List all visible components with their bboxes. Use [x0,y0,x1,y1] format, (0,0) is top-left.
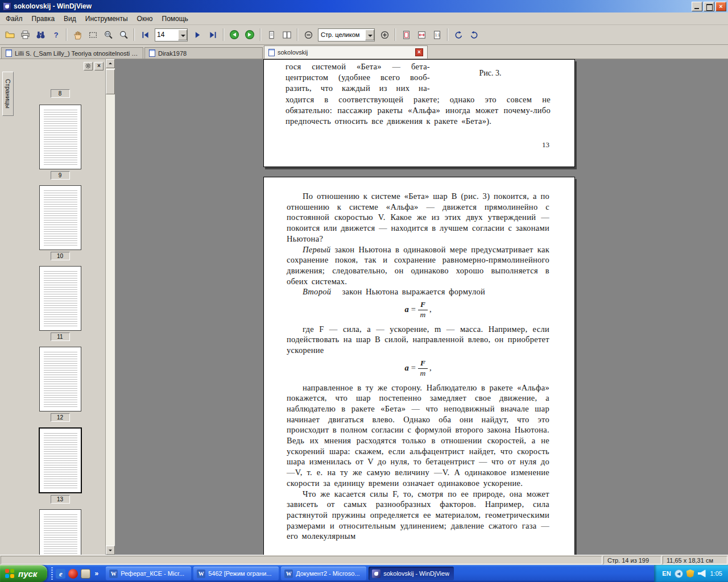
thumbnail-page-number[interactable]: 12 [51,413,70,422]
menu-window[interactable]: Окно [133,14,158,24]
quick-launch [47,567,104,580]
tab-close-button[interactable] [415,48,423,56]
layout-single-button[interactable] [264,27,279,42]
fit-width-button[interactable] [414,27,429,42]
thumbnail-image[interactable] [39,185,81,250]
magnifier-select-icon [104,30,113,40]
page14-paragraph-4: где F — сила, a — ускорение, m — масса. … [287,324,549,356]
zoom-select-tool-button[interactable] [101,27,115,42]
find-button[interactable] [33,27,48,42]
zoom-out-button[interactable] [301,27,316,42]
toolbar-separator [447,28,448,41]
fit-page-button[interactable] [399,27,413,42]
hand-icon [73,30,82,40]
document-icon [268,49,275,56]
menu-edit[interactable]: Правка [27,14,60,24]
menu-tools[interactable]: Инструменты [81,14,133,24]
taskbar-task-dokument2[interactable]: Документ2 - Microso... [281,567,366,580]
page-14: По отношению к системе «Бета» шар В (рис… [263,177,575,555]
tab-sokolovskij[interactable]: sokolovskij [264,45,428,59]
last-page-button[interactable] [205,27,220,42]
print-button[interactable] [18,27,32,42]
page-number-input[interactable] [155,30,178,40]
thumbnail-image[interactable] [39,105,81,169]
taskbar-task-referat-kse[interactable]: Реферат_КСЕ - Micr... [106,567,191,580]
internet-explorer-icon[interactable] [56,569,65,579]
select-tool-button[interactable] [85,27,100,42]
minimize-icon [694,8,699,9]
magnify-tool-button[interactable] [116,27,131,42]
thumbnail-image[interactable] [39,509,81,555]
close-button[interactable] [715,2,726,11]
thumbnail-item[interactable]: 12 [15,347,105,422]
tab-lilli-teoriya[interactable]: Lilli S. (_Sam Lilly_) Teoriya otnositel… [1,47,143,59]
panel-close-button[interactable]: × [94,62,104,70]
close-icon [716,2,726,11]
status-bar: Стр. 14 из 199 11,65 x 18,31 см [0,555,728,565]
thumbnail-item-selected[interactable]: 13 [15,427,105,504]
page14-paragraph-3: Второй закон Ньютона выражается формулой [287,286,549,297]
scroll-down-button[interactable] [106,546,115,555]
windjview-app-icon [3,2,11,11]
scrollbar-track[interactable] [106,68,115,546]
taskbar-clock[interactable]: 1:05 [709,570,722,577]
thumbnail-item[interactable]: 8 [15,88,105,98]
thumbnail-item[interactable]: 9 [15,105,105,180]
start-button[interactable]: пуск [0,565,47,582]
zoom-dropdown-icon[interactable] [365,30,374,40]
taskbar-task-5462[interactable]: 5462 [Режим ограни... [193,567,279,580]
thumbnail-page-number[interactable]: 9 [51,171,70,180]
minimize-button[interactable] [692,2,702,11]
panel-options-button[interactable] [84,62,93,70]
maximize-button[interactable] [704,2,714,11]
layout-facing-button[interactable] [279,27,294,42]
thumbnails-panel: × 8 9 10 11 [15,59,105,555]
thumbnail-scrollbar[interactable] [105,59,115,555]
scrollbar-thumb[interactable] [106,69,115,94]
tray-security-icon[interactable] [686,569,694,577]
thumbnail-image[interactable] [39,347,81,411]
history-forward-button[interactable] [242,27,257,42]
thumbnail-image[interactable] [39,427,82,493]
quick-launch-more-chevron[interactable] [93,569,100,577]
scroll-up-button[interactable] [106,59,115,68]
zoom-value[interactable]: Стр. целиком [318,31,365,38]
rotate-left-button[interactable] [451,27,466,42]
page14-paragraph-5: направленное в ту же сторону. Наблюдател… [287,383,549,489]
document-view[interactable]: гося системой «Бета» — бета- центристом … [115,59,728,555]
tab-dirak1978[interactable]: Dirak1978 [144,47,263,59]
pan-tool-button[interactable] [70,27,85,42]
language-indicator[interactable]: EN [662,570,671,577]
quick-launch-app-icon[interactable] [68,569,78,579]
volume-icon[interactable] [698,569,706,577]
selection-rectangle-icon [88,30,98,40]
next-page-button[interactable] [190,27,205,42]
thumbnail-item[interactable]: 14 [15,509,105,555]
page-number-dropdown-icon[interactable] [178,30,187,40]
show-desktop-icon[interactable] [81,569,90,579]
help-button[interactable]: ? [48,27,63,42]
open-button[interactable] [2,27,17,42]
menu-file[interactable]: Файл [1,14,27,24]
thumbnail-page-number[interactable]: 13 [51,495,70,504]
menu-view[interactable]: Вид [59,14,81,24]
toolbar-separator [395,28,396,41]
sidebar-tab-strip: Страницы [0,59,15,555]
thumbnail-page-number[interactable]: 8 [51,89,70,98]
actual-size-icon: 1:1 [432,30,442,40]
thumbnail-page-number[interactable]: 10 [51,252,70,260]
first-page-button[interactable] [138,27,152,42]
thumbnail-page-number[interactable]: 11 [51,332,70,341]
quick-launch-handle[interactable] [51,567,53,580]
taskbar-task-sokolovskij[interactable]: sokolovskij - WinDjView [369,567,454,580]
rotate-right-button[interactable] [466,27,481,42]
thumbnail-item[interactable]: 10 [15,185,105,260]
history-back-button[interactable] [227,27,242,42]
menu-help[interactable]: Помощь [158,14,193,24]
thumbnail-image[interactable] [39,266,81,331]
actual-size-button[interactable]: 1:1 [429,27,444,42]
thumbnail-item[interactable]: 11 [15,266,105,341]
zoom-in-button[interactable] [377,27,392,42]
hide-icons-chevron[interactable] [675,569,683,578]
sidebar-tab-pages[interactable]: Страницы [2,72,14,116]
